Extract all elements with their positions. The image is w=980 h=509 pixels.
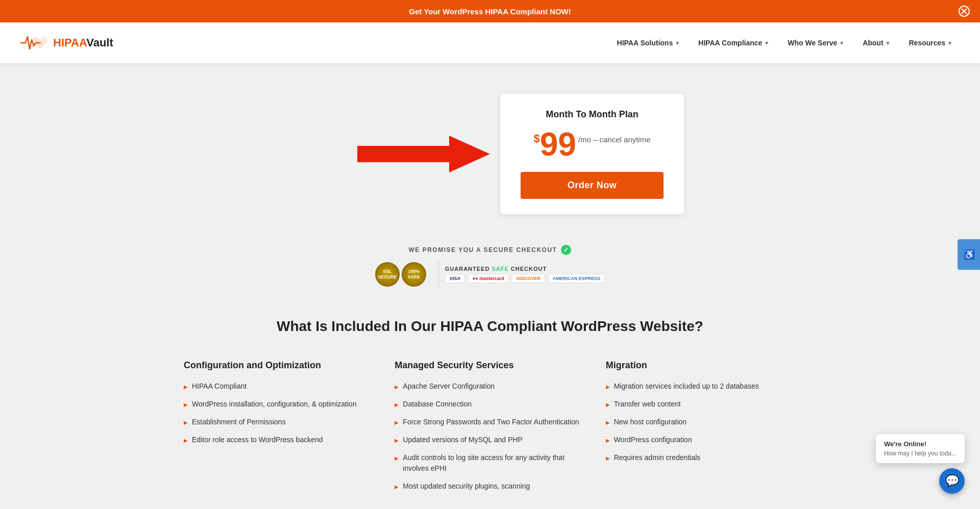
nav-menu: HIPAA Solutions ▼ HIPAA Compliance ▼ Who… bbox=[610, 35, 960, 51]
list-item: ▶ Database Connection bbox=[395, 399, 585, 410]
accessibility-button[interactable]: ♿ bbox=[958, 239, 980, 270]
pricing-section: Month To Month Plan $ 99 /mo – cancel an… bbox=[245, 84, 735, 235]
top-banner: Get Your WordPress HIPAA Compliant NOW! bbox=[0, 0, 980, 22]
chevron-down-icon: ▼ bbox=[839, 40, 844, 46]
chat-bubble: We're Online! How may I help you toda... bbox=[876, 434, 965, 463]
feature-column-configuration: Configuration and Optimization ▶ HIPAA C… bbox=[184, 360, 374, 492]
list-item: ▶ WordPress configuration bbox=[606, 435, 796, 445]
feature-list-migration: ▶ Migration services included up to 2 da… bbox=[606, 381, 796, 463]
nav-item-hipaa-compliance[interactable]: HIPAA Compliance ▼ bbox=[691, 35, 776, 51]
logo[interactable]: HIPAAVault bbox=[20, 32, 113, 55]
list-item: ▶ New host configuration bbox=[606, 417, 796, 427]
arrow-icon: ▶ bbox=[395, 454, 399, 462]
chevron-down-icon: ▼ bbox=[886, 40, 891, 46]
main-content: Month To Month Plan $ 99 /mo – cancel an… bbox=[0, 63, 980, 509]
banner-close-button[interactable] bbox=[959, 6, 970, 17]
feature-list-configuration: ▶ HIPAA Compliant ▶ WordPress installati… bbox=[184, 381, 374, 445]
chevron-down-icon: ▼ bbox=[675, 40, 680, 46]
column-heading-migration: Migration bbox=[606, 360, 796, 371]
arrow-icon: ▶ bbox=[395, 483, 399, 491]
chat-online-title: We're Online! bbox=[884, 440, 957, 448]
nav-item-about[interactable]: About ▼ bbox=[855, 35, 897, 51]
arrow-icon: ▶ bbox=[606, 383, 610, 391]
svg-marker-2 bbox=[357, 136, 490, 172]
chevron-down-icon: ▼ bbox=[764, 40, 769, 46]
nav-item-resources[interactable]: Resources ▼ bbox=[902, 35, 960, 51]
features-grid: Configuration and Optimization ▶ HIPAA C… bbox=[184, 360, 796, 492]
pricing-card-title: Month To Month Plan bbox=[521, 109, 664, 120]
list-item: ▶ Transfer web content bbox=[606, 399, 796, 410]
mastercard-icon: ●● mastercard bbox=[468, 274, 509, 283]
checkout-badges: SSLSECURE 100%SAFE GUARANTEED SAFE CHECK… bbox=[0, 261, 980, 288]
list-item: ▶ WordPress installation, configuration,… bbox=[184, 399, 374, 410]
arrow-icon: ▶ bbox=[184, 419, 188, 426]
visa-icon: VISA bbox=[445, 274, 465, 283]
arrow-icon: ▶ bbox=[395, 401, 399, 409]
secure-checkout-section: WE PROMISE YOU A SECURE CHECKOUT ✓ SSLSE… bbox=[0, 235, 980, 308]
secure-checkout-label: WE PROMISE YOU A SECURE CHECKOUT ✓ bbox=[0, 245, 980, 255]
list-item: ▶ Requires admin credentials bbox=[606, 452, 796, 463]
chat-open-button[interactable]: 💬 bbox=[939, 468, 965, 494]
arrow-icon: ▶ bbox=[184, 401, 188, 409]
arrow-icon: ▶ bbox=[395, 383, 399, 391]
list-item: ▶ Editor role access to WordPress backen… bbox=[184, 435, 374, 445]
badge-left: SSLSECURE 100%SAFE bbox=[375, 262, 432, 287]
column-heading-configuration: Configuration and Optimization bbox=[184, 360, 374, 371]
price-number: 99 bbox=[540, 128, 576, 161]
logo-text: HIPAAVault bbox=[53, 36, 113, 49]
list-item: ▶ Establishment of Permissions bbox=[184, 417, 374, 427]
arrow-icon: ▶ bbox=[184, 437, 188, 444]
feature-list-security: ▶ Apache Server Configuration ▶ Database… bbox=[395, 381, 585, 492]
list-item: ▶ Most updated security plugins, scannin… bbox=[395, 481, 585, 492]
nav-item-hipaa-solutions[interactable]: HIPAA Solutions ▼ bbox=[610, 35, 688, 51]
arrow-icon: ▶ bbox=[395, 437, 399, 444]
arrow-container bbox=[296, 134, 500, 174]
feature-column-migration: Migration ▶ Migration services included … bbox=[606, 360, 796, 492]
list-item: ▶ HIPAA Compliant bbox=[184, 381, 374, 392]
amex-icon: AMERICAN EXPRESS bbox=[548, 274, 605, 283]
discover-icon: DISCOVER bbox=[512, 274, 545, 283]
list-item: ▶ Audit controls to log site access for … bbox=[395, 452, 585, 474]
arrow-icon: ▶ bbox=[606, 437, 610, 444]
chat-subtitle: How may I help you toda... bbox=[884, 450, 957, 457]
navbar: HIPAAVault HIPAA Solutions ▼ HIPAA Compl… bbox=[0, 22, 980, 63]
price-suffix: /mo – cancel anytime bbox=[578, 135, 651, 144]
list-item: ▶ Migration services included up to 2 da… bbox=[606, 381, 796, 392]
list-item: ▶ Force Strong Passwords and Two Factor … bbox=[395, 417, 585, 427]
list-item: ▶ Apache Server Configuration bbox=[395, 381, 585, 392]
arrow-icon: ▶ bbox=[606, 454, 610, 462]
nav-item-who-we-serve[interactable]: Who We Serve ▼ bbox=[780, 35, 851, 51]
features-title: What Is Included In Our HIPAA Compliant … bbox=[82, 318, 898, 335]
ssl-badge: SSLSECURE bbox=[375, 262, 400, 287]
list-item: ▶ Updated versions of MySQL and PHP bbox=[395, 435, 585, 445]
chevron-down-icon: ▼ bbox=[947, 40, 952, 46]
order-now-button[interactable]: Order Now bbox=[521, 172, 664, 199]
hundred-badge: 100%SAFE bbox=[402, 262, 426, 287]
pricing-amount: $ 99 /mo – cancel anytime bbox=[521, 128, 664, 161]
price-dollar-sign: $ bbox=[533, 132, 540, 145]
arrow-icon: ▶ bbox=[606, 401, 610, 409]
green-check-icon: ✓ bbox=[561, 245, 571, 255]
card-icons: VISA ●● mastercard DISCOVER AMERICAN EXP… bbox=[445, 274, 605, 283]
banner-text: Get Your WordPress HIPAA Compliant NOW! bbox=[409, 7, 571, 16]
badge-right: GUARANTEED SAFE CHECKOUT VISA ●● masterc… bbox=[445, 266, 605, 283]
arrow-icon: ▶ bbox=[606, 419, 610, 426]
chat-widget: We're Online! How may I help you toda...… bbox=[876, 434, 965, 494]
arrow-icon: ▶ bbox=[395, 419, 399, 426]
red-arrow-icon bbox=[357, 134, 490, 174]
arrow-icon: ▶ bbox=[184, 383, 188, 391]
pricing-card: Month To Month Plan $ 99 /mo – cancel an… bbox=[500, 94, 684, 214]
column-heading-security: Managed Security Services bbox=[395, 360, 585, 371]
features-section: What Is Included In Our HIPAA Compliant … bbox=[0, 308, 980, 509]
guaranteed-text: GUARANTEED SAFE CHECKOUT bbox=[445, 266, 547, 272]
feature-column-security: Managed Security Services ▶ Apache Serve… bbox=[395, 360, 585, 492]
badge-divider bbox=[438, 261, 439, 288]
